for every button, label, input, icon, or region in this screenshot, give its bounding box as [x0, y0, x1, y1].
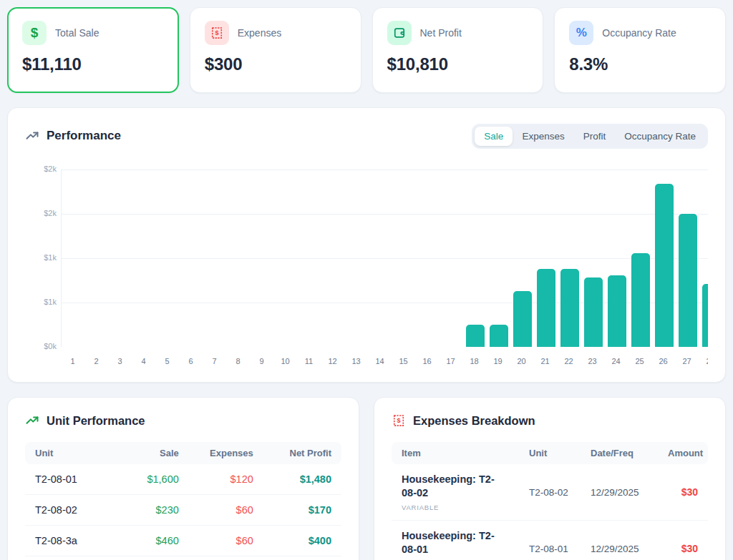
bar-day-26[interactable] [655, 184, 674, 347]
unit-performance-title-text: Unit Performance [47, 414, 145, 428]
column-header-amount: Amount [658, 442, 708, 464]
bar-day-21[interactable] [537, 269, 555, 347]
unit-cell: T2-08-02 [519, 478, 581, 506]
tab-expenses[interactable]: Expenses [513, 127, 573, 146]
percent-icon: % [569, 21, 593, 45]
unit-performance-card: Unit Performance UnitSaleExpensesNet Pro… [7, 397, 359, 560]
stat-label: Net Profit [420, 27, 462, 39]
column-header-unit: Unit [25, 442, 125, 464]
x-axis-tick-label: 20 [517, 357, 525, 365]
net-profit-cell: $170 [263, 495, 341, 525]
bar-day-24[interactable] [608, 275, 626, 347]
x-axis-tick-label: 25 [635, 357, 644, 365]
item-cell: Housekeeping: T2-08-02VARIABLE [392, 464, 519, 520]
tab-occupancy-rate[interactable]: Occupancy Rate [615, 127, 705, 146]
chart-x-axis: 1234567891011121314151617181920212223242… [61, 354, 708, 365]
bar-day-20[interactable] [513, 291, 532, 347]
stats-row: $Total Sale$11,110$Expenses$300Net Profi… [7, 7, 726, 93]
x-axis-tick-label: 11 [305, 357, 313, 365]
y-axis-tick-label: $1k [25, 298, 57, 306]
wallet-icon [387, 21, 412, 45]
x-axis-tick-label: 7 [212, 357, 216, 365]
unit-performance-table: UnitSaleExpensesNet ProfitT2-08-01$1,600… [25, 442, 341, 556]
column-header-net-profit: Net Profit [263, 442, 341, 464]
y-axis-tick-label: $1k [25, 253, 57, 262]
x-axis-tick-label: 10 [281, 357, 289, 365]
x-axis-tick-label: 26 [659, 357, 667, 365]
x-axis-tick-label: 2 [94, 357, 98, 365]
gridline [62, 170, 708, 170]
bar-day-19[interactable] [490, 325, 508, 347]
stat-label: Expenses [238, 27, 281, 39]
gridline [62, 214, 708, 215]
bar-day-28[interactable] [702, 284, 709, 347]
item-type-badge: VARIABLE [402, 503, 509, 511]
gridline [62, 258, 708, 259]
unit-performance-title: Unit Performance [25, 413, 341, 428]
expense-row-housekeeping-t2-08-02: Housekeeping: T2-08-02VARIABLET2-08-0212… [392, 464, 708, 521]
dollar-icon: $ [22, 21, 47, 45]
date-freq-cell: 12/29/2025 [581, 535, 658, 560]
x-axis-tick-label: 17 [446, 357, 455, 365]
expenses-breakdown-table: ItemUnitDate/FreqAmountHousekeeping: T2-… [392, 442, 708, 560]
stat-card-net-profit[interactable]: Net Profit$10,810 [372, 7, 544, 93]
y-axis-tick-label: $2k [25, 164, 57, 173]
stat-card-expenses[interactable]: $Expenses$300 [190, 7, 361, 93]
performance-title: Performance [25, 129, 121, 143]
amount-cell: $30 [658, 478, 708, 506]
bottom-section: Unit Performance UnitSaleExpensesNet Pro… [7, 397, 726, 560]
bar-day-27[interactable] [679, 214, 697, 347]
expense-row-housekeeping-t2-08-01: Housekeeping: T2-08-01VARIABLET2-08-0112… [392, 521, 708, 560]
bar-day-22[interactable] [560, 269, 579, 347]
x-axis-tick-label: 3 [117, 357, 122, 365]
tab-sale[interactable]: Sale [475, 127, 513, 146]
unit-row-t2-08-3a: T2-08-3a$460$60$400 [25, 526, 341, 556]
bar-day-25[interactable] [631, 253, 650, 347]
tab-profit[interactable]: Profit [574, 127, 616, 146]
net-profit-cell: $1,480 [263, 464, 341, 494]
expenses-breakdown-title: $ Expenses Breakdown [392, 413, 708, 428]
y-axis-tick-label: $0k [25, 342, 57, 350]
bar-day-23[interactable] [584, 277, 603, 347]
x-axis-tick-label: 23 [588, 357, 596, 365]
expenses-cell: $60 [189, 526, 263, 556]
expenses-table-header: ItemUnitDate/FreqAmount [392, 442, 708, 464]
x-axis-tick-label: 5 [165, 357, 169, 365]
x-axis-tick-label: 15 [399, 357, 407, 365]
x-axis-tick-label: 14 [375, 357, 384, 365]
sale-cell: $1,600 [125, 464, 188, 494]
unit-cell: T2-08-01 [25, 464, 125, 494]
performance-title-text: Performance [47, 129, 121, 143]
unit-row-t2-08-01: T2-08-01$1,600$120$1,480 [25, 464, 341, 495]
item-name: Housekeeping: T2-08-01 [402, 529, 509, 556]
bar-day-18[interactable] [466, 325, 485, 347]
stat-card-header: $Total Sale [22, 21, 164, 45]
stat-card-header: %Occupancy Rate [569, 21, 711, 45]
x-axis-tick-label: 27 [682, 357, 691, 365]
stat-card-occupancy-rate[interactable]: %Occupancy Rate8.3% [554, 7, 726, 93]
stat-value: 8.3% [569, 54, 711, 74]
expenses-breakdown-title-text: Expenses Breakdown [413, 414, 535, 428]
x-axis-tick-label: 18 [470, 357, 478, 365]
net-profit-cell: $400 [263, 526, 341, 556]
unit-cell: T2-08-02 [25, 495, 125, 525]
trend-up-icon [25, 413, 39, 428]
amount-cell: $30 [658, 534, 708, 560]
trend-up-icon [25, 129, 39, 143]
column-header-date-freq: Date/Freq [581, 442, 658, 464]
performance-tabs: SaleExpensesProfitOccupancy Rate [472, 124, 708, 149]
stat-label: Occupancy Rate [602, 27, 676, 39]
x-axis-tick-label: 13 [351, 357, 360, 365]
x-axis-tick-label: 4 [141, 357, 145, 365]
x-axis-tick-label: 12 [328, 357, 336, 365]
receipt-icon: $ [392, 413, 406, 428]
performance-card: Performance SaleExpensesProfitOccupancy … [7, 107, 726, 383]
svg-text:$: $ [397, 417, 400, 424]
receipt-icon: $ [205, 21, 229, 45]
performance-header: Performance SaleExpensesProfitOccupancy … [25, 124, 708, 148]
y-axis-tick-label: $2k [25, 209, 57, 217]
stat-value: $300 [205, 54, 346, 74]
stat-card-total-sale[interactable]: $Total Sale$11,110 [7, 7, 179, 93]
date-freq-cell: 12/29/2025 [581, 478, 658, 506]
unit-cell: T2-08-3a [25, 526, 125, 556]
